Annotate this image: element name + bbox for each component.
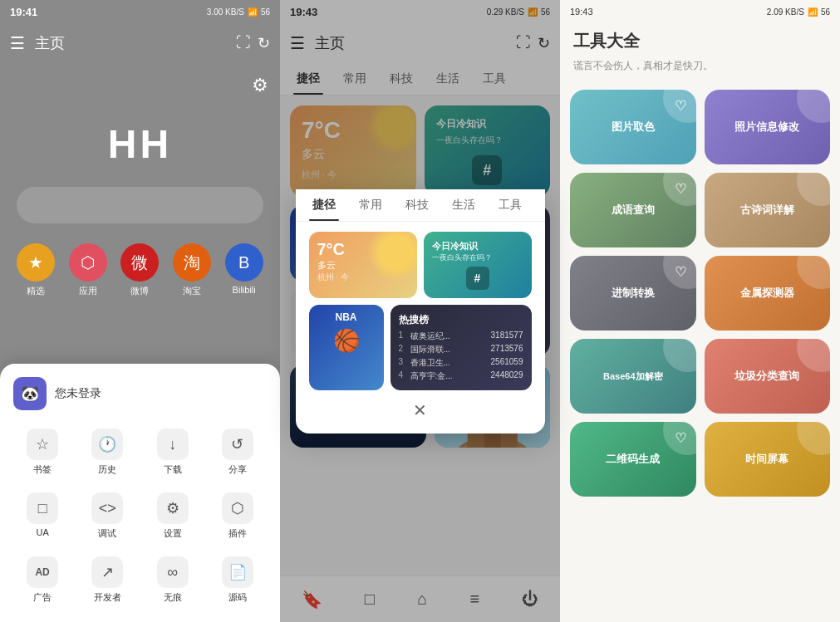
ad-icon: AD [27,556,58,588]
source-label: 源码 [228,591,247,604]
modal-tab-keji[interactable]: 科技 [402,189,432,221]
expand-icon-1[interactable]: ⛶ [236,34,251,52]
jingxuan-icon: ★ [17,243,55,282]
quick-icon-weibo[interactable]: 微 微博 [120,243,159,297]
tool-base64[interactable]: Base64加解密 [570,339,696,414]
popup-item-debug[interactable]: <> 调试 [78,487,136,545]
tool-label-time-screen: 时间屏幕 [745,452,788,467]
status-icons-1: 3.00 KB/S 📶 56 [207,7,270,17]
nav-bar-1: ☰ 主页 ⛶ ↻ [0,23,280,63]
plugin-icon: ⬡ [222,492,253,524]
jingxuan-label: 精选 [27,285,45,297]
popup-item-incognito[interactable]: ∞ 无痕 [144,551,202,609]
popup-item-source[interactable]: 📄 源码 [209,551,267,609]
gear-button[interactable]: ⚙ [252,75,268,96]
tool-label-garbage: 垃圾分类查询 [734,369,799,384]
debug-icon: <> [91,492,123,524]
refresh-icon-1[interactable]: ↻ [258,34,270,52]
corner-shape-1 [663,90,696,123]
modal-tab-bar: 捷径 常用 科技 生活 工具 [296,189,545,222]
app-icon: ⬡ [69,243,107,282]
quick-icon-taobao[interactable]: 淘 淘宝 [173,243,211,297]
ua-label: UA [36,527,48,537]
tool-label-base64: Base64加解密 [603,370,663,383]
status-icons-3: 2.09 KB/S 📶 56 [767,7,830,17]
hh-logo: HH [0,121,280,167]
time-1: 19:41 [10,6,37,18]
tool-label-metal: 金属探测器 [740,286,794,301]
bilibili-label: Bilibili [233,285,256,295]
popup-item-download[interactable]: ↓ 下载 [144,424,202,481]
popup-avatar: 🐼 [13,377,47,410]
tool-label-image-color: 图片取色 [612,120,655,135]
source-icon: 📄 [222,556,253,588]
search-bar-1[interactable] [17,187,263,223]
ua-icon: □ [27,492,58,524]
tool-label-idiom: 成语查询 [612,203,655,218]
debug-label: 调试 [98,527,116,540]
quick-icon-app[interactable]: ⬡ 应用 [69,243,107,297]
quick-icon-jingxuan[interactable]: ★ 精选 [17,243,55,297]
panel-browser: 19:43 0.29 KB/S 📶 56 ☰ 主页 ⛶ ↻ 捷径 常用 科技 生… [280,0,560,622]
corner-shape-10 [797,422,830,455]
dev-icon: ↗ [91,556,123,588]
modal-tab-gongju[interactable]: 工具 [495,189,525,221]
popup-item-settings[interactable]: ⚙ 设置 [144,487,202,545]
tool-qrcode[interactable]: ♡ 二维码生成 [570,422,696,497]
tool-base-convert[interactable]: ♡ 进制转换 [570,256,696,331]
panel3-quote: 谎言不会伤人，真相才是快刀。 [560,56,840,83]
popup-item-share[interactable]: ↺ 分享 [209,424,267,481]
tool-label-base-convert: 进制转换 [612,286,655,301]
popup-item-ua[interactable]: □ UA [13,487,71,545]
corner-shape-2 [797,90,830,123]
download-label: 下载 [164,463,182,476]
popup-card: 🐼 您未登录 ☆ 书签 🕐 历史 ↓ 下载 ↺ 分享 □ UA [0,364,280,622]
popup-user: 🐼 您未登录 [13,377,267,410]
modal-tab-shenghuo[interactable]: 生活 [449,189,479,221]
download-icon: ↓ [157,429,189,460]
app-label: 应用 [79,285,97,297]
nav-actions-1: ⛶ ↻ [236,34,270,52]
history-icon: 🕐 [91,429,123,460]
share-label: 分享 [228,463,247,476]
popup-item-plugin[interactable]: ⬡ 插件 [209,487,267,545]
tool-metal-detector[interactable]: 金属探测器 [705,256,831,331]
panel-tools: 19:43 2.09 KB/S 📶 56 工具大全 谎言不会伤人，真相才是快刀。… [560,0,840,622]
modal-tab-jiexing[interactable]: 捷径 [309,189,339,221]
corner-shape-5 [663,256,696,289]
bookmark-icon: ☆ [27,429,58,460]
corner-shape-9 [663,422,696,455]
status-bar-3: 19:43 2.09 KB/S 📶 56 [560,0,840,23]
corner-shape-8 [797,339,830,372]
modal-tab-changyong[interactable]: 常用 [356,189,386,221]
time-3: 19:43 [570,7,593,17]
panel3-title: 工具大全 [560,23,840,56]
share-icon: ↺ [222,429,253,460]
tool-time-screen[interactable]: 时间屏幕 [705,422,831,497]
quick-icon-bilibili[interactable]: B Bilibili [225,243,263,297]
popup-item-ad[interactable]: AD 广告 [13,551,71,609]
tool-idiom[interactable]: ♡ 成语查询 [570,173,696,247]
settings-label: 设置 [164,527,182,540]
modal-card: 捷径 常用 科技 生活 工具 7°C 多云 杭州 · 今 今日冷知识 一夜白头存… [296,189,545,433]
corner-shape-3 [663,173,696,206]
tool-label-qrcode: 二维码生成 [606,452,660,467]
tool-photo-info[interactable]: 照片信息修改 [705,90,831,164]
corner-shape-4 [797,173,830,206]
tool-poetry[interactable]: 古诗词详解 [705,173,831,247]
taobao-icon: 淘 [173,243,211,282]
panel-home: 19:41 3.00 KB/S 📶 56 ☰ 主页 ⛶ ↻ ⚙ HH ★ 精选 … [0,0,280,622]
bookmark-label: 书签 [33,463,52,476]
modal-overlay[interactable]: 捷径 常用 科技 生活 工具 7°C 多云 杭州 · 今 今日冷知识 一夜白头存… [280,0,560,622]
modal-close-button[interactable]: ✕ [309,400,532,420]
weibo-icon: 微 [120,243,159,282]
tool-garbage[interactable]: 垃圾分类查询 [705,339,831,414]
popup-item-dev[interactable]: ↗ 开发者 [78,551,136,609]
corner-shape-7 [663,339,696,372]
menu-icon-1[interactable]: ☰ [10,33,25,53]
tool-image-color[interactable]: ♡ 图片取色 [570,90,696,164]
popup-grid: ☆ 书签 🕐 历史 ↓ 下载 ↺ 分享 □ UA <> 调试 [13,424,267,609]
popup-item-history[interactable]: 🕐 历史 [78,424,136,481]
popup-item-bookmark[interactable]: ☆ 书签 [13,424,71,481]
incognito-label: 无痕 [164,591,182,604]
